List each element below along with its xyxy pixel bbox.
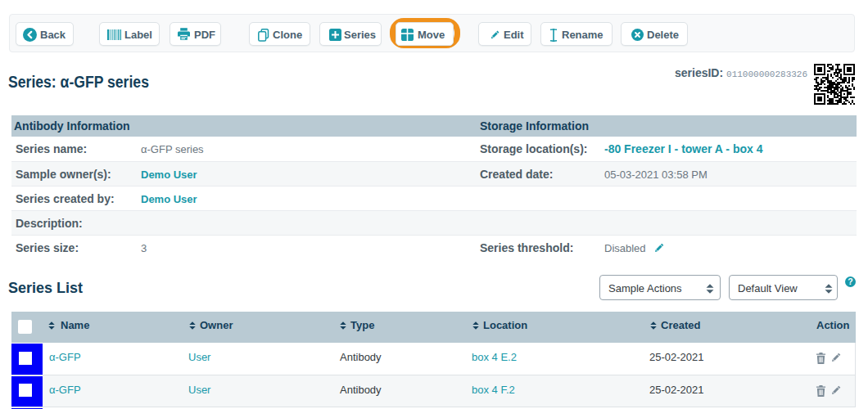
svg-text:?: ?	[848, 276, 852, 286]
